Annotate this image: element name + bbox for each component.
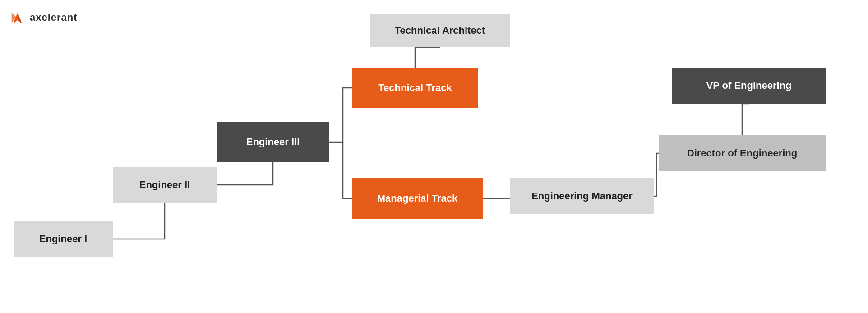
- connector-e2-e3: [217, 162, 273, 185]
- connector-e3-technical: [329, 88, 352, 142]
- node-engineering-manager: Engineering Manager: [510, 178, 654, 214]
- node-managerial-track: Managerial Track: [352, 178, 483, 219]
- node-director-engineering: Director of Engineering: [659, 135, 826, 171]
- node-technical-architect: Technical Architect: [370, 14, 510, 47]
- connector-engmgr-dir: [654, 153, 659, 196]
- connector-e3-managerial: [343, 142, 352, 198]
- node-technical-track: Technical Track: [352, 68, 478, 108]
- connector-e1-e2: [113, 203, 165, 239]
- node-engineer2: Engineer II: [113, 167, 217, 203]
- connector-tech-arch: [415, 47, 440, 68]
- node-engineer3: Engineer III: [217, 122, 329, 162]
- connector-dir-vp: [742, 104, 749, 135]
- node-engineer1: Engineer I: [14, 221, 113, 257]
- node-vp-engineering: VP of Engineering: [672, 68, 826, 104]
